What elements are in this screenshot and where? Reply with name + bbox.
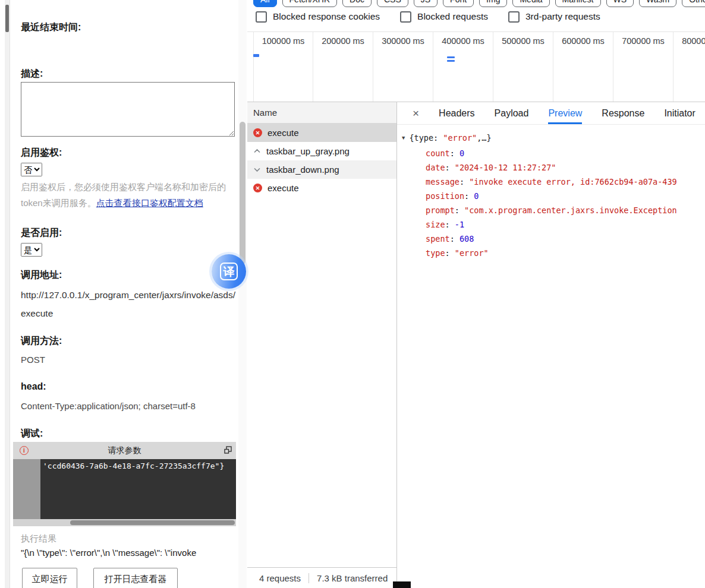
filter-img[interactable]: Img: [479, 0, 507, 7]
waterfall-bar[interactable]: [447, 60, 455, 62]
enabled-select[interactable]: 是: [21, 243, 42, 257]
property-colon: :: [459, 177, 469, 186]
filter-css[interactable]: CSS: [377, 0, 408, 7]
request-row[interactable]: ✕execute: [247, 179, 396, 197]
open-log-viewer-button[interactable]: 打开日志查看器: [93, 568, 178, 588]
left-edge-scrollbar[interactable]: [5, 0, 10, 588]
request-table: Name ✕executetaskbar_up_gray.pngtaskbar_…: [247, 102, 396, 567]
auth-help-text: 启用鉴权后，您必须使用鉴权客户端名称和加密后的token来调用服务。点击查看接口…: [21, 179, 237, 211]
filter-js[interactable]: JS: [414, 0, 438, 7]
property-colon: :: [445, 248, 455, 258]
tab-headers[interactable]: Headers: [439, 102, 474, 124]
auth-doc-link[interactable]: 点击查看接口鉴权配置文档: [96, 198, 203, 208]
property-value: 608: [459, 234, 474, 244]
checkbox-label: Blocked response cookies: [273, 11, 380, 22]
property-key: type: [426, 248, 445, 258]
preview-property-message[interactable]: message: "invoke execute error, id:7662c…: [402, 175, 705, 189]
close-icon[interactable]: ×: [413, 108, 419, 119]
summary-divider: [309, 573, 309, 583]
editor-hscrollbar[interactable]: [13, 519, 236, 526]
method-label: 调用方法:: [21, 335, 62, 347]
name-column-header[interactable]: Name: [247, 102, 396, 124]
timeline-overview[interactable]: 100000 ms200000 ms300000 ms400000 ms5000…: [247, 31, 705, 102]
debug-code-area[interactable]: 'ccd60436-7a6b-4e18-a7fc-27235a3cff7e"}: [13, 459, 236, 526]
preview-root-row[interactable]: ▼{type: "error",…}: [402, 131, 705, 146]
network-filter-checkboxes: Blocked response cookiesBlocked requests…: [256, 10, 600, 24]
debug-code-line[interactable]: 'ccd60436-7a6b-4e18-a7fc-27235a3cff7e"}: [43, 461, 224, 470]
property-colon: :: [455, 206, 464, 215]
panel-scrollbar-thumb[interactable]: [240, 122, 246, 264]
property-key: position: [426, 191, 464, 201]
preview-property-date[interactable]: date: "2024-10-12 11:27:27": [402, 160, 705, 175]
editor-gutter: [13, 459, 40, 526]
filter-manifest[interactable]: Manifest: [555, 0, 601, 7]
filter-doc[interactable]: Doc: [342, 0, 372, 7]
run-now-button[interactable]: 立即运行: [22, 568, 77, 588]
translate-icon: 译: [220, 263, 238, 280]
enabled-label: 是否启用:: [21, 227, 62, 239]
timeline-column: 400000 ms: [433, 32, 493, 102]
waterfall-bar[interactable]: [253, 54, 259, 57]
error-indicator-icon: i: [20, 446, 29, 455]
checkbox-icon[interactable]: [508, 11, 520, 23]
filter-font[interactable]: Font: [443, 0, 474, 7]
popout-window-icon[interactable]: [224, 446, 232, 454]
head-value: Content-Type:application/json; charset=u…: [21, 401, 196, 411]
property-value: "2024-10-12 11:27:27": [455, 163, 556, 172]
checkbox-blocked-requests[interactable]: Blocked requests: [400, 11, 488, 23]
property-key: size: [426, 220, 445, 229]
result-label: 执行结果: [21, 533, 56, 545]
property-key: count: [426, 148, 450, 158]
filter-fetch-xhr[interactable]: Fetch/XHR: [282, 0, 337, 7]
request-details-panel: × HeadersPayloadPreviewResponseInitiator…: [396, 102, 705, 588]
request-row[interactable]: ✕execute: [247, 124, 396, 142]
checkbox-blocked-response-cookies[interactable]: Blocked response cookies: [256, 11, 380, 23]
auth-select[interactable]: 否: [21, 163, 42, 176]
filter-wasm[interactable]: Wasm: [639, 0, 676, 7]
description-textarea[interactable]: [21, 82, 235, 137]
left-edge-scrollbar-thumb[interactable]: [5, 5, 9, 32]
request-name: taskbar_up_gray.png: [266, 146, 350, 156]
preview-property-spent[interactable]: spent: 608: [402, 232, 705, 246]
timeline-column: 500000 ms: [493, 32, 553, 102]
preview-property-count[interactable]: count: 0: [402, 146, 705, 160]
filter-ws[interactable]: WS: [606, 0, 634, 7]
filter-bar: AllFetch/XHRDocCSSJSFontImgMediaManifest…: [253, 0, 705, 7]
request-row[interactable]: taskbar_down.png: [247, 160, 396, 179]
panel-scrollbar[interactable]: [238, 0, 247, 588]
preview-pane: ▼{type: "error",…} count: 0date: "2024-1…: [397, 125, 705, 260]
checkbox-icon[interactable]: [256, 11, 267, 23]
preview-property-size[interactable]: size: -1: [402, 217, 705, 232]
request-name: taskbar_down.png: [266, 165, 339, 175]
timeline-column: 700000 ms: [613, 32, 673, 102]
detail-tabbar: × HeadersPayloadPreviewResponseInitiator: [397, 102, 705, 125]
timeline-column: 100000 ms: [253, 32, 313, 102]
property-value: 0: [459, 148, 464, 158]
tab-response[interactable]: Response: [602, 102, 644, 124]
checkbox-icon[interactable]: [400, 11, 411, 23]
error-icon: ✕: [253, 184, 262, 192]
filter-other[interactable]: Other: [682, 0, 705, 7]
debug-editor-title: 请求参数: [108, 445, 141, 456]
translate-button[interactable]: 译: [212, 254, 246, 289]
filter-media[interactable]: Media: [512, 0, 549, 7]
timeline-column: 800000 ms: [673, 32, 705, 102]
request-row[interactable]: taskbar_up_gray.png: [247, 142, 396, 160]
tab-payload[interactable]: Payload: [495, 102, 529, 124]
tab-preview[interactable]: Preview: [548, 102, 582, 124]
chevron-up-icon: [253, 147, 261, 155]
preview-property-position[interactable]: position: 0: [402, 189, 705, 203]
preview-property-prompt[interactable]: prompt: "com.x.program.center.jaxrs.invo…: [402, 203, 705, 217]
preview-property-type[interactable]: type: "error": [402, 246, 705, 260]
tab-initiator[interactable]: Initiator: [664, 102, 695, 124]
checkbox-3rd-party-requests[interactable]: 3rd-party requests: [508, 11, 600, 23]
auth-label: 启用鉴权:: [21, 147, 62, 159]
last-end-time-label: 最近结束时间:: [21, 21, 81, 34]
editor-hscrollbar-thumb[interactable]: [70, 520, 235, 525]
expand-triangle-icon[interactable]: ▼: [402, 131, 405, 145]
filter-all[interactable]: All: [253, 0, 277, 7]
property-value: -1: [455, 220, 464, 229]
timeline-column: 200000 ms: [313, 32, 373, 102]
waterfall-bar[interactable]: [447, 56, 455, 58]
property-colon: :: [445, 220, 455, 229]
